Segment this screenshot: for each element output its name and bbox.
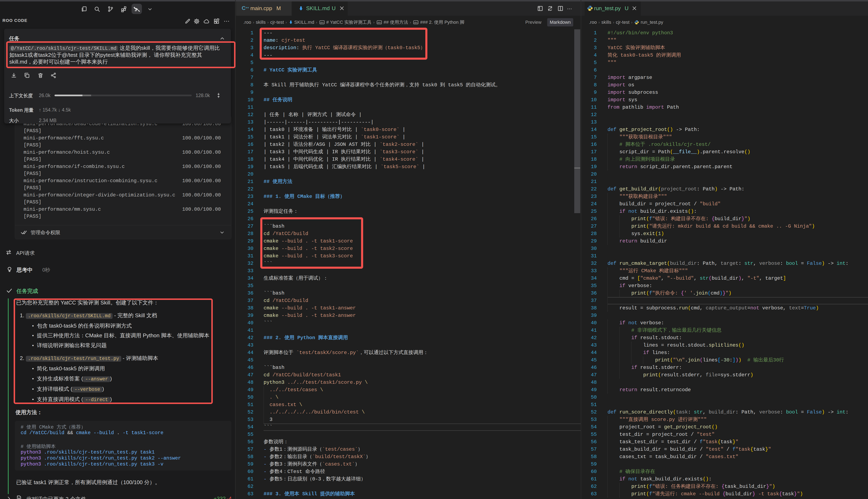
svg-text:abc: abc [377,21,381,24]
svg-text:abc: abc [320,21,324,24]
svg-text:abc: abc [414,21,418,24]
